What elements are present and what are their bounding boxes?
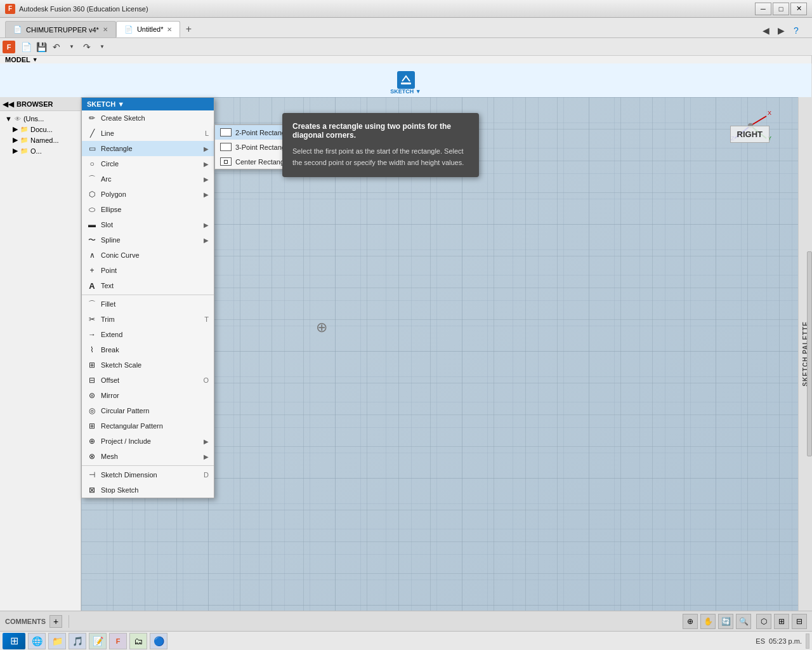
- sketch-palette-panel: SKETCH PALETTE: [798, 97, 812, 611]
- tree-arrow: ▶: [13, 136, 18, 144]
- tooltip-title: Creates a rectangle using two points for…: [292, 122, 469, 140]
- close-button[interactable]: ✕: [790, 3, 807, 15]
- menu-circular-pattern[interactable]: ◎ Circular Pattern: [82, 403, 214, 418]
- menu-conic-curve[interactable]: ∧ Conic Curve: [82, 248, 214, 263]
- menu-project-include[interactable]: ⊕ Project / Include ▶: [82, 434, 214, 449]
- undo-arrow[interactable]: ▼: [65, 40, 79, 54]
- menu-trim[interactable]: ✂ Trim T: [82, 312, 214, 327]
- browser-item-o[interactable]: ▶ 📁 O...: [0, 145, 81, 156]
- orbit-btn[interactable]: 🔄: [718, 614, 733, 629]
- menu-item-label: Circular Pattern: [101, 407, 149, 415]
- taskbar-word[interactable]: 📝: [89, 633, 107, 649]
- taskbar-fusion[interactable]: F: [109, 633, 127, 649]
- browser-item-root[interactable]: ▼ 👁 (Uns...: [0, 114, 81, 124]
- menu-break[interactable]: ⌇ Break: [82, 342, 214, 357]
- menu-mirror[interactable]: ⊜ Mirror: [82, 388, 214, 403]
- menu-circle[interactable]: ○ Circle ▶: [82, 156, 214, 171]
- sketch-dimension-icon: ⊣: [87, 470, 97, 480]
- add-comment-btn[interactable]: +: [49, 615, 62, 628]
- toolbar-top: F 📄 💾 ↶ ▼ ↷ ▼: [0, 38, 812, 56]
- menu-spline[interactable]: 〜 Spline ▶: [82, 232, 214, 248]
- tab-nav-left[interactable]: ◀: [759, 23, 773, 37]
- minimize-button[interactable]: ─: [755, 3, 771, 15]
- browser-item-label: (Uns...: [23, 115, 44, 123]
- offset-shortcut: O: [203, 376, 209, 384]
- start-button[interactable]: ⊞: [3, 633, 25, 649]
- browser-collapse-arrow[interactable]: ◀◀: [3, 100, 14, 109]
- browser-item-label: O...: [30, 147, 42, 155]
- model-selector[interactable]: MODEL ▼: [0, 56, 812, 63]
- pan-btn[interactable]: ✋: [700, 614, 716, 629]
- grid-btn[interactable]: ⊞: [774, 614, 789, 629]
- redo-arrow[interactable]: ▼: [95, 40, 109, 54]
- menu-point[interactable]: + Point: [82, 263, 214, 278]
- menu-rectangle[interactable]: ▭ Rectangle ▶: [82, 141, 214, 156]
- tab-close-icon[interactable]: ✕: [167, 26, 172, 33]
- new-file-button[interactable]: 📄: [19, 40, 33, 54]
- menu-create-sketch[interactable]: ✏ Create Sketch: [82, 110, 214, 126]
- new-tab-button[interactable]: +: [180, 21, 197, 37]
- sketch-palette-scrollbar[interactable]: [807, 251, 812, 457]
- display-btn[interactable]: ⊟: [792, 614, 807, 629]
- menu-item-label: Rectangular Pattern: [101, 422, 163, 430]
- menu-item-label: Arc: [101, 175, 112, 183]
- taskbar-ie[interactable]: 🌐: [28, 633, 46, 649]
- tree-arrow: ▼: [5, 115, 12, 123]
- menu-offset[interactable]: ⊟ Offset O: [82, 373, 214, 388]
- rectangular-pattern-icon: ⊞: [87, 421, 97, 431]
- undo-button[interactable]: ↶: [49, 40, 63, 54]
- menu-sketch-scale[interactable]: ⊞ Sketch Scale: [82, 357, 214, 373]
- svg-line-1: [750, 116, 766, 126]
- submenu-arrow: ▶: [204, 191, 209, 198]
- browser-item-label: Named...: [30, 136, 59, 144]
- menu-text[interactable]: A Text: [82, 278, 214, 293]
- menu-item-label: Text: [101, 282, 114, 289]
- project-include-icon: ⊕: [87, 436, 97, 446]
- circle-icon: ○: [87, 159, 97, 169]
- trim-icon: ✂: [87, 314, 97, 324]
- show-desktop-btn[interactable]: [806, 633, 809, 649]
- menu-divider-2: [82, 465, 214, 466]
- menu-extend[interactable]: → Extend: [82, 327, 214, 342]
- sketch-menu-header: SKETCH ▼: [82, 98, 214, 110]
- menu-arc[interactable]: ⌒ Arc ▶: [82, 171, 214, 187]
- menu-polygon[interactable]: ⬡ Polygon ▶: [82, 187, 214, 202]
- sketch-dimension-shortcut: D: [204, 471, 209, 479]
- main-toolbar: MODEL ▼ SKETCH ▼ 🔷 CREATE ▼ 🔧: [0, 56, 812, 97]
- view-orientation-label: RIGHT: [730, 126, 769, 143]
- cursor-crosshair: ⊕: [316, 319, 327, 336]
- windows-taskbar: ⊞ 🌐 📁 🎵 📝 F 🗂 🔵 ES 05:23 p.m.: [0, 631, 812, 650]
- menu-mesh[interactable]: ⊗ Mesh ▶: [82, 449, 214, 464]
- tab-untitled[interactable]: 📄 Untitled* ✕: [116, 21, 181, 37]
- taskbar-media[interactable]: 🎵: [69, 633, 86, 649]
- save-button[interactable]: 💾: [34, 40, 48, 54]
- menu-ellipse[interactable]: ⬭ Ellipse: [82, 202, 214, 217]
- menu-slot[interactable]: ▬ Slot ▶: [82, 217, 214, 232]
- taskbar-app6[interactable]: 🗂: [129, 633, 147, 649]
- zoom-btn[interactable]: 🔍: [736, 614, 751, 629]
- sketch-toolbar-button[interactable]: SKETCH ▼: [387, 65, 425, 102]
- menu-rectangular-pattern[interactable]: ⊞ Rectangular Pattern: [82, 418, 214, 434]
- menu-item-label: Mirror: [101, 392, 119, 399]
- help-btn[interactable]: ?: [789, 23, 803, 37]
- menu-fillet[interactable]: ⌒ Fillet: [82, 296, 214, 312]
- taskbar-app7[interactable]: 🔵: [150, 633, 167, 649]
- move-btn[interactable]: ⊕: [683, 614, 698, 629]
- restore-button[interactable]: □: [773, 3, 789, 15]
- tab-nav-right[interactable]: ▶: [774, 23, 788, 37]
- tab-label: Untitled*: [137, 25, 164, 33]
- menu-item-label: Project / Include: [101, 437, 151, 445]
- tab-close-icon[interactable]: ✕: [103, 26, 108, 33]
- menu-stop-sketch[interactable]: ⊠ Stop Sketch: [82, 482, 214, 498]
- menu-sketch-dimension[interactable]: ⊣ Sketch Dimension D: [82, 467, 214, 482]
- browser-item-named[interactable]: ▶ 📁 Named...: [0, 135, 81, 145]
- redo-button[interactable]: ↷: [80, 40, 94, 54]
- view-cube-btn[interactable]: ⬡: [756, 614, 771, 629]
- svg-text:X: X: [768, 110, 771, 116]
- stop-sketch-menu-icon: ⊠: [87, 485, 97, 495]
- quick-access-toolbar: 📄 💾 ↶ ▼ ↷ ▼: [19, 40, 109, 54]
- browser-item-doc[interactable]: ▶ 📁 Docu...: [0, 124, 81, 135]
- taskbar-explorer[interactable]: 📁: [48, 633, 66, 649]
- tab-chimuetrupper[interactable]: 📄 CHIMUETRUPPER v4* ✕: [5, 21, 116, 37]
- menu-line[interactable]: ╱ Line L: [82, 126, 214, 141]
